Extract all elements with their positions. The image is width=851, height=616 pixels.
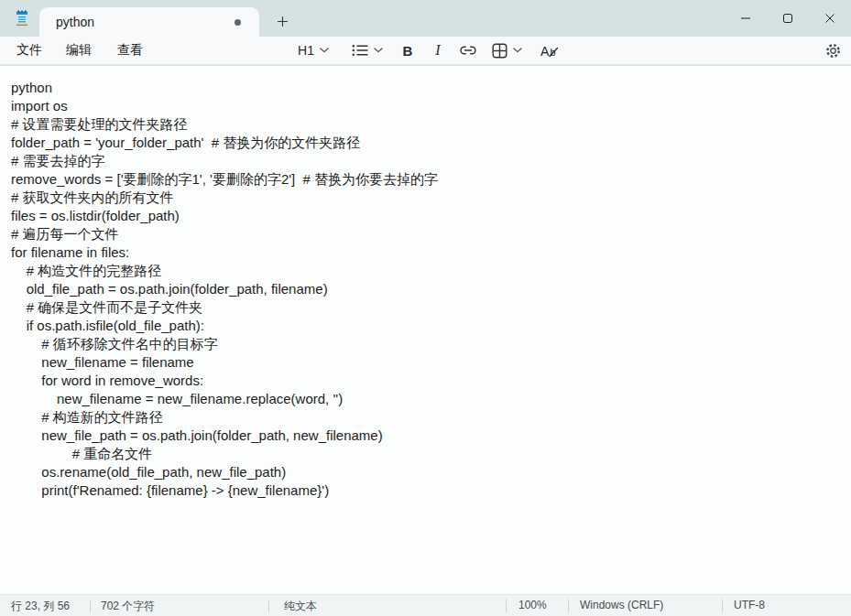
menu-file-label: 文件 (16, 42, 42, 59)
code-line: # 构造文件的完整路径 (11, 262, 851, 280)
menu-file[interactable]: 文件 (5, 37, 53, 64)
table-icon (492, 43, 507, 59)
bold-button[interactable]: B (396, 38, 420, 63)
code-line: old_file_path = os.path.join(folder_path… (11, 280, 851, 298)
statusbar-divider (268, 600, 269, 612)
chevron-down-icon (320, 48, 329, 53)
menu-edit[interactable]: 编辑 (55, 37, 103, 64)
clear-formatting-icon: A b (540, 43, 560, 59)
list-style-dropdown[interactable] (345, 38, 389, 63)
document-mode: 纯文本 (284, 599, 317, 614)
code-line: files = os.listdir(folder_path) (11, 207, 851, 225)
code-line: # 遍历每一个文件 (11, 225, 851, 243)
close-button[interactable] (809, 0, 851, 37)
heading-style-label: H1 (298, 43, 314, 58)
code-line: # 重命名文件 (11, 445, 851, 463)
chevron-down-icon (513, 48, 522, 53)
bold-icon: B (403, 43, 413, 59)
insert-table-dropdown[interactable] (485, 38, 529, 63)
code-line: print(f'Renamed: {filename} -> {new_file… (11, 481, 851, 500)
zoom-level[interactable]: 100% (518, 599, 547, 611)
menubar-toolbar: 文件 编辑 查看 H1 B I (0, 37, 851, 65)
line-ending[interactable]: Windows (CRLF) (580, 599, 663, 611)
code-line: new_filename = new_filename.replace(word… (11, 390, 851, 408)
clear-formatting-button[interactable]: A b (536, 38, 563, 63)
code-line: # 确保是文件而不是子文件夹 (11, 298, 851, 317)
italic-button[interactable]: I (426, 38, 450, 63)
code-line: remove_words = ['要删除的字1', '要删除的字2'] # 替换… (11, 170, 851, 189)
code-line: # 循环移除文件名中的目标字 (11, 335, 851, 353)
window-controls (725, 0, 851, 37)
code-line: python (11, 79, 851, 97)
new-tab-plus-icon (277, 16, 289, 27)
menu-edit-label: 编辑 (66, 42, 92, 59)
statusbar-divider (506, 600, 507, 612)
character-count: 702 个字符 (101, 599, 155, 614)
chevron-down-icon (374, 48, 383, 53)
unsaved-dot-indicator (235, 19, 241, 26)
italic-icon: I (435, 42, 440, 59)
tab-python[interactable]: python (39, 7, 259, 37)
minimize-button[interactable] (725, 0, 767, 37)
editor-area[interactable]: pythonimport os# 设置需要处理的文件夹路径folder_path… (0, 66, 851, 594)
titlebar: python (0, 0, 851, 37)
code-line: for filename in files: (11, 243, 851, 262)
code-line: # 设置需要处理的文件夹路径 (11, 115, 851, 134)
status-bar: 行 23, 列 56 702 个字符 纯文本 100% Windows (CRL… (0, 594, 851, 616)
bullet-list-icon (352, 44, 368, 57)
code-line: import os (11, 97, 851, 115)
code-line: folder_path = 'your_folder_path' # 替换为你的… (11, 134, 851, 152)
heading-style-dropdown[interactable]: H1 (290, 38, 336, 63)
code-line: # 获取文件夹内的所有文件 (11, 189, 851, 207)
notepad-icon (13, 9, 31, 27)
gear-icon (824, 42, 842, 59)
statusbar-divider (722, 600, 723, 612)
insert-link-button[interactable] (455, 38, 481, 63)
link-icon (459, 44, 477, 57)
settings-button[interactable] (818, 38, 847, 63)
menu-view-label: 查看 (117, 42, 143, 59)
code-line: new_file_path = os.path.join(folder_path… (11, 427, 851, 445)
maximize-icon (782, 13, 793, 24)
cursor-position: 行 23, 列 56 (11, 599, 70, 614)
code-line: # 构造新的文件路径 (11, 408, 851, 427)
statusbar-divider (568, 600, 569, 612)
code-line: if os.path.isfile(old_file_path): (11, 317, 851, 335)
encoding[interactable]: UTF-8 (734, 599, 765, 611)
svg-text:A: A (540, 43, 550, 58)
maximize-button[interactable] (767, 0, 809, 37)
menu-view[interactable]: 查看 (106, 37, 154, 64)
editor-lines: pythonimport os# 设置需要处理的文件夹路径folder_path… (11, 79, 851, 500)
minimize-icon (740, 13, 751, 24)
code-line: for word in remove_words: (11, 372, 851, 390)
code-line: # 需要去掉的字 (11, 152, 851, 170)
new-tab-button[interactable] (268, 8, 296, 34)
code-line: new_filename = filename (11, 353, 851, 372)
statusbar-divider (90, 600, 91, 612)
close-icon (824, 13, 835, 24)
tab-title: python (56, 15, 94, 29)
code-line: os.rename(old_file_path, new_file_path) (11, 463, 851, 481)
